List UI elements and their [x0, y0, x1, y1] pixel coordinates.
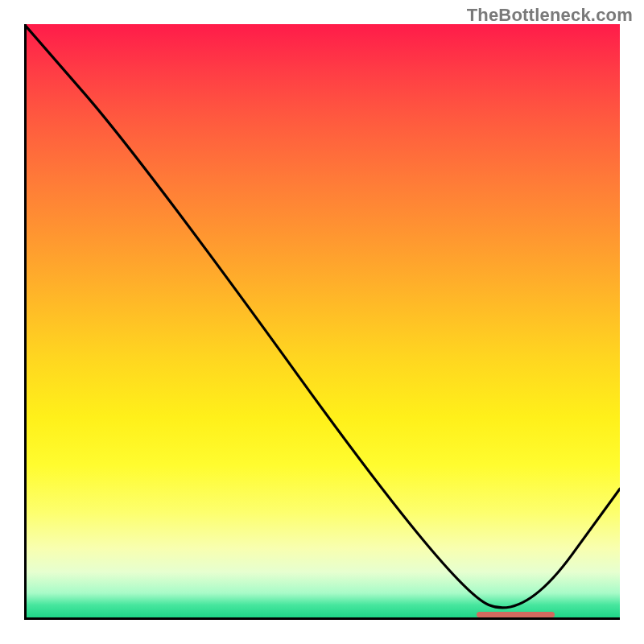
plot-area [24, 24, 620, 620]
curve-svg [24, 24, 620, 620]
curve-path [24, 24, 620, 608]
chart-container: TheBottleneck.com [0, 0, 644, 644]
watermark-text: TheBottleneck.com [467, 5, 633, 26]
optimum-marker [477, 612, 554, 617]
